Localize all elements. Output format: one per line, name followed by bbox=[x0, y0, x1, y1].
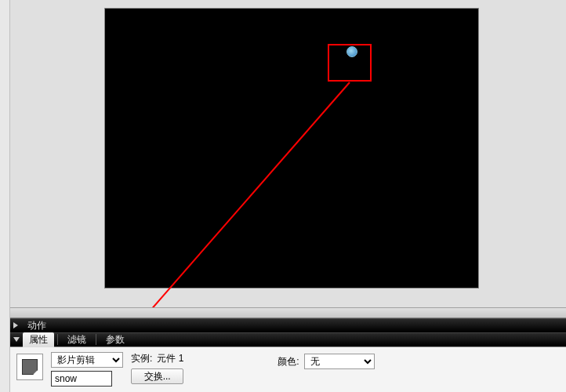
stage-divider bbox=[10, 307, 566, 318]
actions-panel-header[interactable]: 动作 bbox=[10, 318, 566, 332]
symbol-type-select[interactable]: 影片剪辑 bbox=[51, 352, 123, 368]
instance-name-input[interactable] bbox=[51, 371, 112, 387]
color-column: 颜色: 无 bbox=[278, 352, 374, 369]
tab-separator bbox=[57, 334, 58, 345]
instance-column: 实例: 元件 1 交换... bbox=[131, 352, 183, 384]
properties-panel-body: 影片剪辑 实例: 元件 1 交换... 颜色: 无 bbox=[10, 347, 566, 392]
actions-panel-label: 动作 bbox=[21, 318, 53, 333]
color-label: 颜色: bbox=[278, 355, 299, 368]
type-column: 影片剪辑 bbox=[51, 352, 123, 387]
stage-canvas[interactable] bbox=[104, 8, 479, 289]
tab-properties[interactable]: 属性 bbox=[23, 332, 54, 347]
symbol-type-icon bbox=[16, 354, 43, 380]
properties-panel-header: 属性 滤镜 参数 bbox=[10, 332, 566, 347]
tab-filters[interactable]: 滤镜 bbox=[61, 332, 93, 347]
tab-params[interactable]: 参数 bbox=[100, 332, 131, 347]
swap-button[interactable]: 交换... bbox=[131, 368, 183, 384]
color-group: 颜色: 无 bbox=[278, 354, 374, 369]
expand-icon bbox=[13, 322, 18, 328]
expand-down-icon bbox=[13, 337, 20, 342]
symbol-instance[interactable] bbox=[346, 46, 357, 57]
bottom-panels: 动作 属性 滤镜 参数 影片剪辑 实例: 元件 1 交换... 颜色: bbox=[10, 318, 566, 392]
instance-title-label: 实例: bbox=[131, 352, 152, 365]
instance-label-group: 实例: 元件 1 bbox=[131, 352, 183, 365]
left-gutter bbox=[0, 0, 10, 392]
tab-separator bbox=[96, 334, 96, 345]
stage-area bbox=[10, 0, 566, 307]
color-select[interactable]: 无 bbox=[304, 354, 375, 369]
instance-value-label: 元件 1 bbox=[157, 352, 183, 365]
